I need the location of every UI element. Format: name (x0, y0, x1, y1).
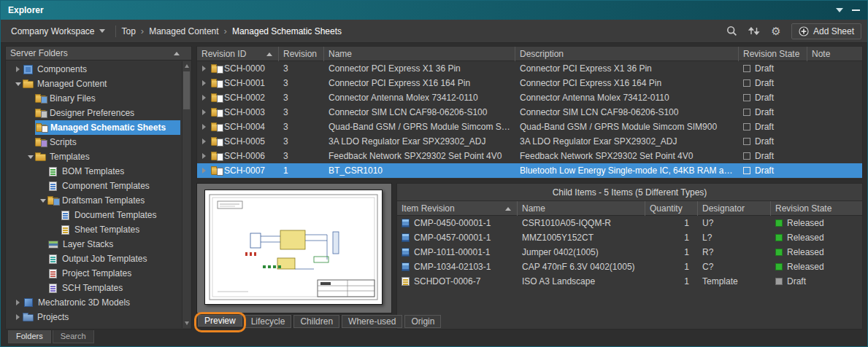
table-row[interactable]: SCH-0006 3 Feedback Network SPX29302 Set… (197, 149, 862, 163)
collapse-icon[interactable] (13, 79, 23, 89)
state-checkbox (743, 138, 750, 145)
child-row[interactable]: SCHDOT-0006-7 ISO A3 Landscape 1 Templat… (397, 274, 862, 289)
collapse-icon[interactable] (26, 152, 35, 162)
expand-spacer (38, 167, 47, 176)
tab-where-used[interactable]: Where-used (342, 315, 402, 328)
server-folders-header[interactable]: Server Folders (5, 46, 192, 61)
sidebar-item-scripts[interactable]: Scripts (6, 135, 191, 149)
note-cell (807, 163, 862, 178)
scroll-up-icon[interactable] (185, 64, 189, 68)
sidebar-item-bom-templates[interactable]: BOM Templates (6, 164, 191, 179)
sidebar-item-managed-schematic-sheets[interactable]: Managed Schematic Sheets (6, 120, 191, 135)
sidebar-item-components[interactable]: Components (6, 62, 191, 77)
sidebar-item-sheet-templates[interactable]: Sheet Templates (6, 222, 191, 237)
item-revision: CMP-1034-02103-1 (414, 260, 491, 274)
sync-columns-icon[interactable] (748, 25, 761, 38)
scroll-down-icon[interactable] (185, 321, 189, 325)
chevron-down-icon (99, 29, 105, 33)
expand-spacer (26, 138, 35, 147)
panel-menu-icon[interactable] (836, 8, 843, 12)
breadcrumb-managed-content[interactable]: Managed Content (149, 26, 218, 36)
sidebar-item-projects[interactable]: Projects (6, 310, 191, 324)
column-revision-state[interactable]: Revision State (771, 201, 862, 216)
add-sheet-button[interactable]: Add Sheet (791, 23, 861, 39)
sidebar-item-managed-content[interactable]: Managed Content (6, 77, 191, 91)
column-note[interactable]: Note (807, 47, 862, 61)
column-description[interactable]: Description (515, 47, 739, 61)
sidebar-item-output-job-templates[interactable]: Output Job Templates (6, 252, 191, 266)
table-row[interactable]: SCH-0005 3 3A LDO Regulator Exar SPX2930… (197, 134, 862, 149)
tree-scrollbar[interactable] (182, 61, 191, 328)
scrollbar-thumb[interactable] (183, 71, 190, 109)
state-label: Released (787, 260, 824, 274)
expand-icon[interactable] (13, 298, 23, 308)
breadcrumb-toolbar: Company Workspace Top › Managed Content … (1, 20, 867, 43)
expand-icon[interactable] (199, 122, 209, 132)
expand-icon[interactable] (199, 152, 209, 161)
sidebar-item-templates[interactable]: Templates (6, 149, 191, 164)
breadcrumb-top[interactable]: Top (122, 26, 136, 36)
expand-icon[interactable] (199, 64, 209, 74)
expand-icon[interactable] (199, 166, 209, 176)
column-name[interactable]: Name (324, 47, 515, 61)
expand-icon[interactable] (13, 313, 23, 322)
column-designator[interactable]: Designator (698, 201, 771, 216)
sort-asc-icon (266, 52, 272, 56)
child-row[interactable]: CMP-0450-00001-1 CSR1010A05-IQQM-R 1 U? … (397, 216, 862, 230)
expand-icon[interactable] (199, 79, 209, 88)
breadcrumb-managed-schematic-sheets[interactable]: Managed Schematic Sheets (232, 26, 342, 36)
expand-icon[interactable] (199, 137, 209, 147)
sheet-folder-icon (211, 95, 222, 102)
workspace-dropdown[interactable]: Company Workspace (7, 24, 110, 39)
draft-state-icon (775, 278, 783, 285)
tab-lifecycle[interactable]: Lifecycle (245, 315, 292, 328)
tab-preview[interactable]: Preview (198, 315, 242, 327)
sidebar-item-layer-stacks[interactable]: Layer Stacks (6, 237, 191, 252)
sheet-description: Connector SIM LCN CAF98-06206-S100 (515, 105, 739, 120)
sidebar-item-binary-files[interactable]: Binary Files (6, 91, 191, 106)
sidebar-item-mechatronic-3d-models[interactable]: Mechatronic 3D Models (6, 295, 191, 310)
sidebar-item-component-templates[interactable]: Component Templates (6, 179, 191, 193)
column-revision-state[interactable]: Revision State (739, 47, 807, 61)
sidebar-item-project-templates[interactable]: Project Templates (6, 266, 191, 281)
expand-icon[interactable] (13, 65, 23, 74)
sidebar-item-draftsman-templates[interactable]: Draftsman Templates (6, 193, 191, 208)
preview-viewport[interactable] (196, 183, 392, 313)
expand-icon[interactable] (199, 108, 209, 117)
add-icon (799, 26, 809, 36)
preferences-folder-icon (35, 110, 46, 117)
child-row[interactable]: CMP-1034-02103-1 CAP 470nF 6.3V 0402(100… (397, 260, 862, 274)
minimize-icon[interactable] (852, 9, 860, 11)
table-row[interactable]: SCH-0001 3 Connector PCI Express X16 164… (197, 76, 862, 90)
sidebar-item-label: Sheet Templates (74, 225, 139, 235)
item-quantity: 1 (645, 274, 698, 289)
gear-icon[interactable]: ⚙ (769, 25, 783, 38)
table-row[interactable]: SCH-0002 3 Connector Antenna Molex 73412… (197, 90, 862, 105)
collapse-icon[interactable] (38, 196, 47, 206)
table-row-selected[interactable]: SCH-0007 1 BT_CSR1010 Bluetooth Low Ener… (197, 163, 862, 178)
sidebar-item-label: Managed Schematic Sheets (50, 122, 166, 133)
table-row[interactable]: SCH-0003 3 Connector SIM LCN CAF98-06206… (197, 105, 862, 120)
revision: 3 (279, 90, 324, 105)
child-row[interactable]: CMP-1011-00001-1 Jumper 0402(1005) 1 R? … (397, 245, 862, 260)
column-revision-id[interactable]: Revision ID (197, 47, 279, 61)
column-quantity[interactable]: Quantity (645, 201, 698, 216)
column-name[interactable]: Name (518, 201, 645, 216)
table-row[interactable]: SCH-0000 3 Connector PCI Express X1 36 P… (197, 61, 862, 76)
table-row[interactable]: SCH-0004 3 Quad-Band GSM / GPRS Module S… (197, 120, 862, 134)
state-checkbox (743, 109, 750, 116)
expand-icon[interactable] (199, 93, 209, 103)
tab-folders[interactable]: Folders (8, 330, 51, 343)
column-revision[interactable]: Revision (279, 47, 324, 61)
sidebar-item-document-templates[interactable]: Document Templates (6, 208, 191, 222)
search-icon[interactable] (726, 25, 739, 38)
child-row[interactable]: CMP-0457-00001-1 MMZ1005Y152CT 1 L? Rele… (397, 230, 862, 245)
item-revision: CMP-0450-00001-1 (414, 216, 491, 230)
column-item-revision[interactable]: Item Revision (397, 201, 518, 216)
sidebar-item-sch-templates[interactable]: SCH Templates (6, 281, 191, 295)
state-label: Draft (755, 105, 774, 120)
tab-origin[interactable]: Origin (404, 315, 441, 328)
sidebar-item-designer-preferences[interactable]: Designer Preferences (6, 106, 191, 120)
tab-children[interactable]: Children (293, 315, 339, 328)
tab-search[interactable]: Search (53, 330, 94, 343)
